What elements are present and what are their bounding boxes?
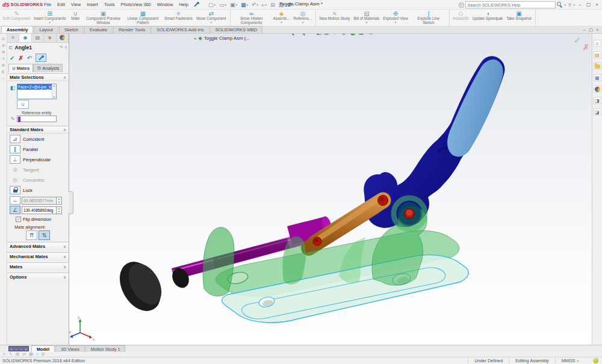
taskpane-view-palette-icon[interactable]: ▦: [594, 74, 601, 81]
scroll-down-icon[interactable]: ▾: [52, 96, 56, 99]
angle-icon[interactable]: ∠: [10, 206, 20, 214]
hex-pin-part[interactable]: [404, 209, 415, 218]
lock-button[interactable]: [10, 186, 20, 194]
status-item[interactable]: Under Defined: [468, 358, 509, 363]
panel-strip-icon-6[interactable]: ◧: [2, 69, 5, 76]
tab-scroll-next-icon[interactable]: ›: [19, 347, 23, 351]
undo-icon[interactable]: ↶ ▾: [250, 1, 260, 9]
file-properties-icon[interactable]: ▤: [277, 1, 286, 9]
previous-view-icon[interactable]: ↶: [309, 34, 314, 35]
doc-close-button[interactable]: ×: [594, 27, 601, 33]
commandmanager-tab[interactable]: SOLIDWORKS Add-Ins: [151, 26, 209, 33]
taskpane-forum-icon[interactable]: ◪: [594, 108, 601, 116]
filter-toolbar-icon-3[interactable]: ▤: [16, 352, 20, 357]
options-icon[interactable]: ⚙ ▾: [285, 1, 296, 9]
commandmanager-tab[interactable]: Layout: [34, 26, 58, 33]
multiple-mate-mode-button[interactable]: ∪: [17, 100, 29, 109]
update-speedpak-button[interactable]: ◑ Update Speedpak: [471, 10, 504, 26]
hide-show-items-icon[interactable]: ◉ ▾: [341, 34, 348, 35]
open-icon[interactable]: ▭ ▾: [217, 1, 228, 9]
panel-strip-icon-5[interactable]: ▣: [2, 63, 5, 69]
edit-appearance-icon[interactable]: [350, 34, 356, 35]
take-snapshot-button[interactable]: ▣ Take Snapshot: [504, 10, 536, 26]
taskpane-home-icon[interactable]: ⌂: [594, 40, 601, 47]
configurationmanager-tab[interactable]: ▤: [32, 34, 44, 42]
tab-scroll-last-icon[interactable]: »: [23, 347, 28, 351]
linear-component-pattern-button[interactable]: ▦ Linear Component Pattern ▾: [123, 10, 163, 26]
pin-menu-icon[interactable]: [194, 2, 199, 7]
collapsed-section-header[interactable]: Options ∨: [7, 273, 69, 281]
document-tab[interactable]: 3D Views: [55, 345, 85, 352]
keep-visible-button[interactable]: [36, 54, 46, 62]
mate-selections-listbox[interactable]: Face<2>@d-joe_tc-9 ▴▾: [17, 84, 57, 99]
toggle-clamp-model[interactable]: y x z: [69, 34, 592, 345]
detach-icon[interactable]: ↷: [59, 45, 63, 50]
rebuild-icon[interactable]: ⊟: [268, 1, 277, 9]
parallel-button[interactable]: ∥: [10, 145, 20, 153]
angle-spinner[interactable]: ▴▾: [57, 206, 62, 214]
help-menu-button[interactable]: ?: [566, 2, 573, 8]
flyout-featuremanager[interactable]: ▸ ◆ Toggle Clamp Asm (...: [194, 35, 250, 41]
aligned-button[interactable]: ⇈: [26, 230, 37, 240]
menu-item[interactable]: Help: [176, 1, 191, 8]
filter-toolbar-icon-7[interactable]: ⊞: [42, 352, 45, 357]
restore-button[interactable]: ▢: [585, 2, 592, 8]
new-icon[interactable]: ▢ ▾: [206, 1, 217, 9]
menu-item[interactable]: Insert: [84, 1, 101, 8]
search-input[interactable]: [465, 1, 556, 8]
concentric-button[interactable]: ◎: [10, 176, 20, 184]
dimxpertmanager-tab[interactable]: ◈: [44, 34, 56, 42]
reference-entity-field[interactable]: [17, 116, 57, 122]
explode-line-sketch-button[interactable]: ∫ Explode Line Sketch: [410, 10, 450, 26]
view-settings-icon[interactable]: ▭ ▾: [368, 34, 375, 35]
document-tab[interactable]: Model: [31, 345, 55, 352]
panel-splitter-handle[interactable]: [69, 191, 73, 214]
panel-strip-icon-4[interactable]: ◈: [2, 56, 5, 63]
perpendicular-button[interactable]: ⊥: [10, 155, 20, 164]
edit-component-button[interactable]: ✎ Edit Component: [1, 10, 32, 26]
menu-item[interactable]: View: [68, 1, 84, 8]
panel-strip-icon-2[interactable]: ◉: [2, 43, 5, 49]
filter-toolbar-icon-4[interactable]: ⇄: [22, 352, 26, 357]
new-motion-study-button[interactable]: ≈ New Motion Study: [317, 10, 352, 26]
filter-toolbar-icon-5[interactable]: ▦: [29, 352, 33, 357]
confirmation-cancel-icon[interactable]: ✗: [583, 43, 589, 52]
menu-item[interactable]: Edit: [54, 1, 68, 8]
doc-restore-button[interactable]: ▢: [588, 27, 594, 33]
displaymanager-tab[interactable]: [57, 34, 69, 42]
expand-arrow-icon[interactable]: ▸: [194, 36, 197, 41]
confirmation-ok-icon[interactable]: ✓: [573, 35, 581, 46]
clamp-wall-part[interactable]: [203, 227, 234, 297]
ok-button[interactable]: ✓: [10, 55, 14, 61]
move-component-button[interactable]: ⇄ Move Component ▾: [194, 10, 231, 26]
graphics-area[interactable]: ▸ ◆ Toggle Clamp Asm (...: [69, 34, 592, 345]
distance-field[interactable]: 65.08003577mm: [22, 197, 57, 205]
panel-strip-icon-3[interactable]: ▦: [2, 49, 5, 56]
commandmanager-tab[interactable]: SOLIDWORKS MBD: [210, 26, 263, 33]
undo-button[interactable]: ↶: [27, 55, 32, 61]
tangent-button[interactable]: ⊘: [10, 165, 20, 174]
component-preview-window-button[interactable]: ▣ Component Preview Window: [83, 10, 123, 26]
standard-mates-header[interactable]: Standard Mates ∧: [7, 126, 69, 134]
mate-selections-header[interactable]: Mate Selections ∧: [7, 73, 69, 81]
help-dropdown-icon[interactable]: ▾: [573, 3, 575, 7]
insert-components-button[interactable]: ⊞ Insert Components ▾: [32, 10, 67, 26]
menu-item[interactable]: PhotoView 360: [117, 1, 154, 8]
search-dropdown-icon[interactable]: ▾: [565, 3, 566, 7]
distance-spinner[interactable]: ▴▾: [57, 197, 62, 205]
print-icon[interactable]: ▦ ▾: [239, 1, 250, 9]
filter-toolbar-icon-1[interactable]: ⊙: [2, 352, 6, 357]
commandmanager-tab[interactable]: Sketch: [59, 26, 84, 33]
menu-item[interactable]: Tools: [101, 1, 118, 8]
close-button[interactable]: ×: [593, 2, 601, 8]
commandmanager-tab[interactable]: Evaluate: [84, 26, 113, 33]
display-style-icon[interactable]: ◐ ▾: [334, 34, 339, 35]
distance-icon[interactable]: ↔: [10, 196, 20, 205]
tab-scroll-prev-icon[interactable]: ‹: [14, 347, 19, 351]
collapsed-section-header[interactable]: Mates ∨: [7, 262, 69, 271]
flip-dimension-checkbox[interactable]: ✓: [16, 217, 21, 222]
scroll-up-icon[interactable]: ▴: [52, 84, 56, 87]
filter-toolbar-icon-2[interactable]: ✎: [9, 352, 13, 357]
status-item[interactable]: Editing Assembly: [509, 358, 555, 363]
reference-geometry-button[interactable]: ◎ Referenc... ▾: [292, 10, 317, 26]
